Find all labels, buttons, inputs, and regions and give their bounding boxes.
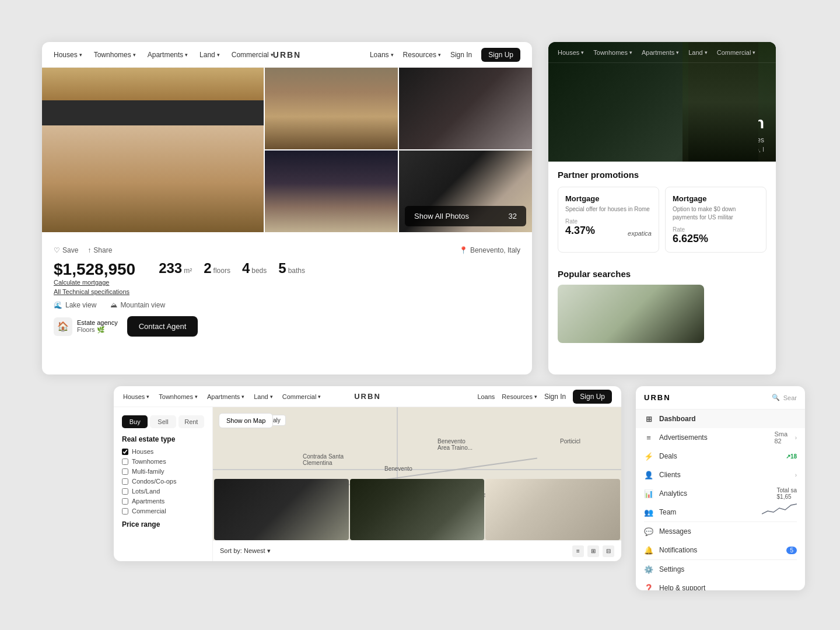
agency-name: Estate agency [77,319,118,326]
partner-promotions-section: Partner promotions Mortgage Special offe… [548,162,776,261]
photo-top-middle[interactable] [265,68,398,149]
show-all-photos-button[interactable]: Show All Photos 32 [405,206,526,226]
bottom-signin-button[interactable]: Sign In [544,393,566,401]
map-road-h [213,469,621,470]
nav-loans[interactable]: Loans [370,51,394,59]
crm-nav-clients-label: Clients [659,471,789,479]
nav-resources[interactable]: Resources [403,51,441,59]
filter-commercial-checkbox[interactable] [122,508,128,514]
filter-condos[interactable]: Condos/Co-ops [122,478,204,485]
crm-nav-clients[interactable]: 👤 Clients › [636,466,805,484]
popular-search-image[interactable] [558,285,704,343]
hero-nav-land[interactable]: Land [688,49,707,56]
filter-land[interactable]: Lots/Land [122,488,204,495]
crm-nav-settings[interactable]: ⚙️ Settings [636,560,805,579]
hero-nav-commercial[interactable]: Commercial [717,49,756,56]
crm-nav-deals[interactable]: ⚡ Deals › ↗18 [636,447,805,466]
calculate-mortgage-link[interactable]: Calculate mortgage [54,279,135,286]
crm-search-bar[interactable]: 🔍 Sear [772,394,797,401]
filter-houses-checkbox[interactable] [122,449,128,455]
crm-nav-notifications[interactable]: 🔔 Notifications 5 [636,541,805,559]
nav-commercial[interactable]: Commercial [232,51,274,59]
filter-apartments[interactable]: Apartments [122,498,204,505]
filter-townhomes-label: Townhomes [132,458,166,465]
filter-townhomes-checkbox[interactable] [122,459,128,465]
partner2-desc: Option to make $0 down payments for US m… [673,205,759,222]
share-button[interactable]: ↑ Share [88,246,112,254]
hero-image: Houses Townhomes Apartments Land Commerc… [548,42,776,162]
save-button[interactable]: ♡ Save [54,246,78,254]
filter-townhomes[interactable]: Townhomes [122,458,204,465]
crm-header: URBN 🔍 Sear [636,386,805,410]
show-on-map-button[interactable]: Show on Map [219,413,273,428]
property-thumb-2[interactable] [350,479,485,540]
crm-nav-dashboard[interactable]: ⊞ Dashboard [636,410,805,428]
nav-houses[interactable]: Houses [54,51,82,59]
specs-block: 233 m² 2 floors 4 beds 5 baths [159,260,305,276]
analytics-icon: 📊 [644,489,653,498]
hero-location: 📍 Benevento, I [718,146,764,153]
location-pin-icon: 📍 [459,246,468,254]
hero-nav-townhomes[interactable]: Townhomes [593,49,632,56]
sort-label[interactable]: Sort by: Newest ▾ [220,547,271,555]
filter-multifamily-label: Multi-family [132,468,164,475]
view-icon-grid[interactable]: ⊞ [587,545,599,557]
bottom-nav-resources[interactable]: Resources [502,393,537,400]
bottom-nav-loans[interactable]: Loans [477,393,495,400]
bottom-signup-button[interactable]: Sign Up [573,390,612,404]
signin-button[interactable]: Sign In [450,51,472,59]
crm-nav-messages[interactable]: 💬 Messages [636,522,805,541]
bottom-nav-apartments[interactable]: Apartments [207,393,244,400]
crm-nav-deals-label: Deals [659,452,789,460]
filter-land-checkbox[interactable] [122,488,128,495]
view-icon-list[interactable]: ≡ [572,545,584,557]
photo-bottom-middle[interactable] [265,150,398,232]
baths-spec: 5 baths [278,260,305,276]
contact-agent-button[interactable]: Contact Agent [127,316,198,337]
filter-houses[interactable]: Houses [122,448,204,455]
baths-label: baths [288,267,305,275]
main-nav: Houses Townhomes Apartments Land Commerc… [42,42,532,68]
photo-bottom-right[interactable]: Show All Photos 32 [399,150,532,232]
nav-apartments[interactable]: Apartments [148,51,188,59]
bottom-nav: Houses Townhomes Apartments Land Commerc… [114,386,621,407]
filter-multifamily-checkbox[interactable] [122,468,128,475]
filter-commercial[interactable]: Commercial [122,508,204,514]
hero-nav-houses[interactable]: Houses [558,49,584,56]
crm-nav-advertisements[interactable]: ≡ Advertisements › Sma82 [636,428,805,447]
crm-nav-team[interactable]: 👥 Team [636,503,805,522]
bottom-nav-houses[interactable]: Houses [123,393,149,400]
photo-top-right[interactable] [399,68,532,149]
bottom-nav-land[interactable]: Land [254,393,272,400]
crm-nav-notifications-label: Notifications [659,546,780,554]
bottom-nav-townhomes[interactable]: Townhomes [159,393,198,400]
deals-stat: ↗18 [786,453,797,460]
main-photo[interactable] [42,68,264,232]
filter-apartments-checkbox[interactable] [122,498,128,505]
filter-multifamily[interactable]: Multi-family [122,468,204,475]
bottom-nav-commercial[interactable]: Commercial [282,393,321,400]
bottom-nav-right: Loans Resources Sign In Sign Up [477,390,612,404]
hero-nav-apartments[interactable]: Apartments [642,49,679,56]
map-region-label-1: BeneventoArea Traino... [438,438,473,451]
property-thumb-3[interactable] [485,479,620,540]
property-thumb-1[interactable] [214,479,349,540]
tab-rent[interactable]: Rent [178,415,204,428]
tab-sell[interactable]: Sell [150,415,176,428]
area-unit: m² [184,267,192,275]
all-specs-link[interactable]: All Technical specifications [54,288,520,295]
nav-land[interactable]: Land [200,51,220,59]
view-icon-map[interactable]: ⊟ [603,545,614,557]
sort-text: Sort by: Newest [220,547,265,554]
crm-nav-help[interactable]: ❓ Help & support [636,579,805,590]
help-icon: ❓ [644,583,653,590]
tab-buy[interactable]: Buy [122,415,148,428]
nav-townhomes[interactable]: Townhomes [94,51,136,59]
hero-category: Houses [740,136,764,144]
contact-row: 🏠 Estate agency Floors 🌿 Contact Agent [54,316,520,337]
signup-button[interactable]: Sign Up [481,48,520,62]
filter-condos-checkbox[interactable] [122,478,128,485]
crm-search-placeholder: Sear [783,394,797,401]
price-range-title: Price range [122,520,204,528]
crm-nav-messages-label: Messages [659,527,797,536]
